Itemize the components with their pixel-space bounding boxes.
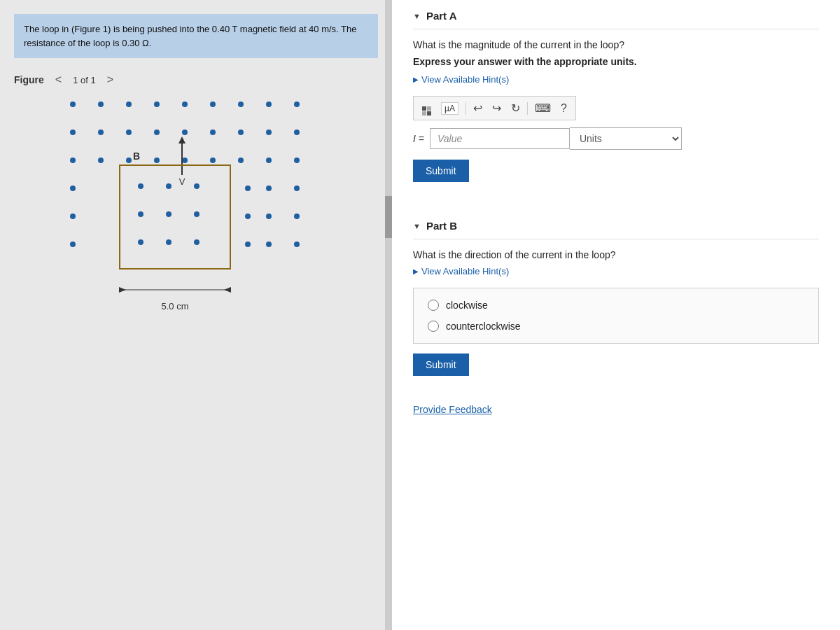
dot [98, 102, 104, 107]
dot [70, 158, 76, 163]
dot [245, 214, 251, 219]
loop-rectangle [119, 164, 231, 270]
dot [138, 211, 144, 217]
input-label-a: I = [413, 133, 424, 144]
part-b-triangle-icon: ▼ [413, 222, 421, 230]
radio-counterclockwise-option[interactable]: counterclockwise [428, 321, 804, 332]
page-indicator: 1 of 1 [73, 75, 96, 85]
provide-feedback-link[interactable]: Provide Feedback [413, 404, 819, 415]
part-a-question: What is the magnitude of the current in … [413, 39, 819, 50]
dot [266, 214, 272, 219]
dot [154, 130, 160, 135]
hint-a-label: View Available Hint(s) [421, 74, 509, 85]
dimension-label: 5.0 cm [119, 301, 231, 312]
dot [126, 102, 132, 107]
dot [238, 102, 244, 107]
submit-button-b[interactable]: Submit [413, 354, 469, 376]
radio-counterclockwise-input[interactable] [428, 321, 439, 332]
problem-description: The loop in (Figure 1) is being pushed i… [14, 14, 378, 58]
undo-button[interactable]: ↩ [470, 100, 485, 116]
dot [154, 158, 160, 163]
dot [294, 158, 300, 163]
hint-a-triangle-icon: ▶ [413, 76, 419, 83]
part-a-hint-link[interactable]: ▶ View Available Hint(s) [413, 74, 819, 85]
part-a-title: Part A [426, 10, 457, 22]
part-b-header: ▼ Part B [413, 210, 819, 239]
grid-cell [427, 106, 431, 111]
dot [70, 130, 76, 135]
dot [194, 211, 200, 217]
left-panel: The loop in (Figure 1) is being pushed i… [0, 0, 392, 630]
scroll-thumb[interactable] [385, 196, 392, 238]
hint-b-triangle-icon: ▶ [413, 267, 419, 275]
figure-nav: Figure < 1 of 1 > [14, 72, 118, 88]
part-a-triangle-icon: ▼ [413, 12, 421, 20]
part-a-section: ▼ Part A What is the magnitude of the cu… [413, 0, 819, 196]
dot [154, 102, 160, 107]
dot [126, 130, 132, 135]
dot [294, 186, 300, 191]
input-row-a: I = Units A mA µA [413, 127, 819, 150]
dot [266, 186, 272, 191]
dot [245, 186, 251, 191]
radio-clockwise-option[interactable]: clockwise [428, 300, 804, 311]
right-panel: ▼ Part A What is the magnitude of the cu… [392, 0, 840, 630]
dot [294, 241, 300, 247]
nav-next-button[interactable]: > [103, 72, 118, 88]
redo-button[interactable]: ↪ [489, 100, 504, 116]
dot [266, 241, 272, 247]
svg-marker-1 [119, 287, 126, 293]
units-select-a[interactable]: Units A mA µA [570, 127, 682, 150]
dot [166, 239, 172, 245]
dot [238, 130, 244, 135]
svg-marker-2 [224, 287, 231, 293]
dot [210, 130, 216, 135]
b-field-label: B [133, 150, 140, 162]
figure-diagram: V B [63, 94, 329, 318]
ua-icon: µA [441, 102, 458, 115]
dot [266, 102, 272, 107]
grid-cell [422, 106, 426, 111]
dimension-container: 5.0 cm [119, 283, 231, 312]
grid-cell [427, 111, 431, 115]
part-b-section: ▼ Part B What is the direction of the cu… [413, 210, 819, 390]
dot [70, 102, 76, 107]
scrollbar[interactable] [385, 0, 392, 630]
dot [194, 183, 200, 189]
part-a-sub: Express your answer with the appropriate… [413, 56, 819, 67]
hint-b-label: View Available Hint(s) [421, 266, 509, 276]
value-input-a[interactable] [430, 128, 570, 149]
dot [194, 239, 200, 245]
grid-icon-button[interactable] [419, 99, 434, 117]
part-b-question: What is the direction of the current in … [413, 249, 819, 260]
help-button[interactable]: ? [558, 101, 570, 116]
dimension-svg [119, 283, 231, 297]
dot [294, 130, 300, 135]
arrow-head [178, 136, 186, 144]
part-b-hint-link[interactable]: ▶ View Available Hint(s) [413, 266, 819, 276]
grid-icon [422, 106, 431, 115]
formula-icon-button[interactable]: µA [438, 101, 461, 116]
dot [182, 102, 188, 107]
nav-prev-button[interactable]: < [51, 72, 66, 88]
dot [138, 183, 144, 189]
radio-clockwise-input[interactable] [428, 300, 439, 311]
dot [294, 102, 300, 107]
toolbar-sep-1 [465, 102, 466, 115]
dot [266, 130, 272, 135]
description-text: The loop in (Figure 1) is being pushed i… [24, 24, 357, 48]
dot [294, 214, 300, 219]
keyboard-button[interactable]: ⌨ [532, 100, 554, 116]
dot [245, 241, 251, 247]
radio-options-b: clockwise counterclockwise [413, 288, 819, 344]
figure-label: Figure [14, 74, 44, 85]
dot [70, 186, 76, 191]
dot [70, 241, 76, 247]
figure-area: Figure < 1 of 1 > [14, 72, 378, 630]
part-a-header: ▼ Part A [413, 0, 819, 29]
submit-button-a[interactable]: Submit [413, 160, 469, 182]
dot [238, 158, 244, 163]
refresh-button[interactable]: ↻ [508, 100, 523, 116]
part-b-title: Part B [426, 220, 457, 232]
dot [166, 183, 172, 189]
